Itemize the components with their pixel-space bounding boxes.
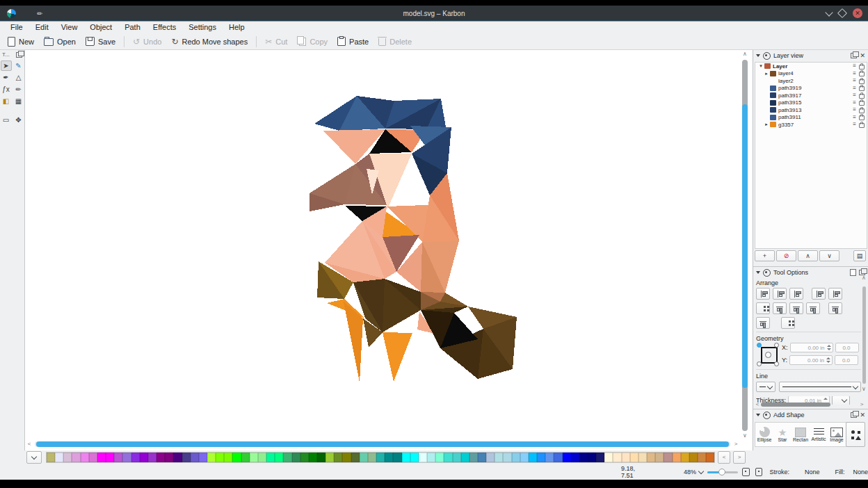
color-swatch[interactable]	[47, 453, 55, 462]
distribute-vcenter-button[interactable]	[756, 317, 770, 329]
color-swatch[interactable]	[512, 453, 520, 462]
color-swatch[interactable]	[351, 453, 360, 462]
add-shape-ellipse[interactable]: Ellipse	[755, 423, 773, 446]
close-icon[interactable]: ✕	[860, 412, 865, 418]
color-swatch[interactable]	[275, 453, 283, 462]
color-swatch[interactable]	[529, 453, 537, 462]
color-swatch[interactable]	[655, 453, 664, 462]
color-swatch[interactable]	[63, 453, 72, 462]
menu-file[interactable]: File	[4, 22, 29, 33]
color-swatch[interactable]	[122, 453, 131, 462]
lock-icon[interactable]	[859, 108, 865, 113]
color-swatch[interactable]	[292, 453, 300, 462]
color-swatch[interactable]	[55, 453, 63, 462]
float-icon[interactable]	[851, 412, 857, 418]
anchor-bottomleft[interactable]	[757, 361, 762, 366]
color-swatch[interactable]	[140, 453, 148, 462]
color-swatch[interactable]	[165, 453, 173, 462]
color-swatch[interactable]	[588, 453, 596, 462]
tool-frame[interactable]: ▭	[1, 115, 12, 125]
color-swatch[interactable]	[630, 453, 638, 462]
color-swatch[interactable]	[376, 453, 385, 462]
collapse-icon[interactable]	[756, 271, 760, 274]
width-input[interactable]: 0.0	[835, 343, 859, 352]
tool-select[interactable]: ➤	[1, 60, 12, 71]
redo-move-shapes-button[interactable]: ↻Redo Move shapes	[166, 35, 252, 48]
menu-help[interactable]: Help	[223, 22, 251, 33]
color-swatch[interactable]	[604, 453, 613, 462]
properties-button[interactable]: ▤	[853, 250, 866, 261]
y-input[interactable]: 0.00 in	[789, 355, 833, 365]
color-swatch[interactable]	[402, 453, 410, 462]
color-swatch[interactable]	[579, 453, 588, 462]
color-swatch[interactable]	[647, 453, 655, 462]
maximize-icon[interactable]	[837, 8, 847, 18]
color-swatch[interactable]	[173, 453, 182, 462]
layer-row-path3919[interactable]: path3919≡	[755, 85, 867, 92]
save-button[interactable]: Save	[81, 35, 120, 48]
lock-icon[interactable]	[859, 123, 865, 128]
anchor-center[interactable]	[765, 352, 771, 358]
color-swatch[interactable]	[317, 453, 326, 462]
color-swatch[interactable]	[368, 453, 376, 462]
anchor-topright[interactable]	[774, 343, 779, 348]
color-swatch[interactable]	[241, 453, 250, 462]
color-swatch[interactable]	[199, 453, 207, 462]
menu-view[interactable]: View	[55, 22, 84, 33]
visibility-icon[interactable]: ≡	[853, 115, 856, 120]
color-swatch[interactable]	[427, 453, 435, 462]
artwork-low-poly-bird[interactable]	[306, 82, 529, 388]
scroll-up-icon[interactable]: ∧	[742, 51, 748, 57]
color-swatch[interactable]	[360, 453, 368, 462]
layer-row-g3357[interactable]: ▸g3357≡	[755, 121, 867, 129]
align-top-button[interactable]	[773, 302, 787, 314]
lock-icon[interactable]	[859, 115, 865, 120]
color-swatch[interactable]	[114, 453, 122, 462]
canvas-vscrollbar[interactable]: ∧ ∨	[741, 51, 749, 441]
color-swatch[interactable]	[410, 453, 419, 462]
close-icon[interactable]: ✕	[853, 8, 862, 18]
color-swatch[interactable]	[258, 453, 266, 462]
align-left-button[interactable]	[756, 288, 770, 300]
anchor-topleft[interactable]	[757, 343, 762, 348]
hscroll-thumb[interactable]	[36, 441, 729, 447]
color-swatch[interactable]	[554, 453, 562, 462]
color-swatch[interactable]	[469, 453, 478, 462]
zoom-page-icon[interactable]	[742, 468, 750, 476]
palette-next-button[interactable]: >	[733, 451, 746, 464]
tool-pattern[interactable]: ▦	[13, 96, 24, 106]
expander-closed-icon[interactable]: ▸	[764, 122, 769, 127]
group-button[interactable]	[756, 302, 770, 314]
canvas-hscrollbar[interactable]: < >	[26, 440, 740, 448]
zoom-value[interactable]: 48%	[684, 469, 696, 475]
visibility-icon[interactable]: ≡	[853, 86, 856, 91]
color-swatch[interactable]	[326, 453, 334, 462]
collapse-icon[interactable]	[756, 414, 760, 416]
color-swatch[interactable]	[232, 453, 241, 462]
color-swatch[interactable]	[444, 453, 452, 462]
add-shape-star[interactable]: ★Star	[773, 423, 791, 446]
ungroup-button[interactable]	[781, 317, 795, 329]
color-swatch[interactable]	[486, 453, 495, 462]
tool-effects[interactable]: ƒx	[1, 84, 12, 95]
scroll-right-icon[interactable]: >	[733, 441, 739, 447]
new-button[interactable]: New	[3, 35, 39, 49]
anchor-selector[interactable]	[756, 343, 780, 366]
align-bottom-button[interactable]	[806, 302, 820, 314]
color-swatch[interactable]	[698, 453, 706, 462]
tool-gradient[interactable]: ◧	[1, 96, 12, 106]
tool-path-edit[interactable]: △	[13, 72, 24, 83]
tool-pencil[interactable]: ✏	[13, 84, 24, 95]
palette-menu-button[interactable]	[26, 451, 42, 464]
color-swatch[interactable]	[250, 453, 258, 462]
layer-row-path3911[interactable]: path3911≡	[755, 114, 867, 122]
visibility-icon[interactable]: ≡	[853, 122, 856, 127]
shape-collections-button[interactable]	[846, 422, 865, 447]
collapse-icon[interactable]	[756, 54, 760, 57]
height-input[interactable]: 0.0	[835, 355, 858, 365]
visibility-icon[interactable]: ≡	[853, 92, 856, 98]
color-swatch[interactable]	[520, 453, 529, 462]
minimize-icon[interactable]	[825, 8, 833, 16]
color-swatch[interactable]	[342, 453, 351, 462]
line-cap-dropdown[interactable]	[756, 382, 775, 392]
